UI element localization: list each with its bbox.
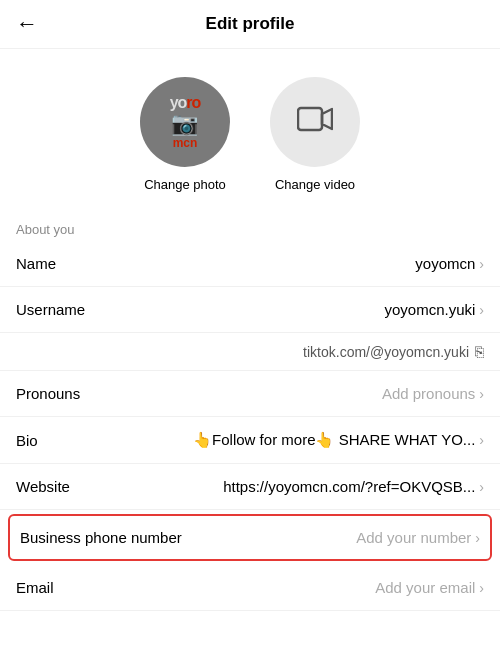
about-section-label: About you [0, 212, 500, 241]
name-chevron-icon: › [479, 256, 484, 272]
email-chevron-icon: › [479, 580, 484, 596]
bio-label: Bio [16, 432, 38, 449]
username-row[interactable]: Username yoyomcn.yuki › [0, 287, 500, 333]
change-video-item[interactable]: Change video [270, 77, 360, 192]
pronouns-value: Add pronouns [382, 385, 475, 402]
bio-row[interactable]: Bio 👆Follow for more👆 SHARE WHAT YO... › [0, 417, 500, 464]
business-phone-value: Add your number [356, 529, 471, 546]
tiktok-url-value: tiktok.com/@yoyomcn.yuki [303, 344, 469, 360]
email-label: Email [16, 579, 54, 596]
pronouns-chevron-icon: › [479, 386, 484, 402]
change-photo-item[interactable]: yoro 📷 mcn Change photo [140, 77, 230, 192]
copy-icon[interactable]: ⎘ [475, 343, 484, 360]
business-phone-label: Business phone number [20, 529, 182, 546]
website-row[interactable]: Website https://yoyomcn.com/?ref=OKVQSB.… [0, 464, 500, 510]
email-value: Add your email [375, 579, 475, 596]
username-value: yoyomcn.yuki [384, 301, 475, 318]
pronouns-label: Pronouns [16, 385, 80, 402]
bio-value-group: 👆Follow for more👆 SHARE WHAT YO... › [193, 431, 484, 449]
tiktok-url-row[interactable]: tiktok.com/@yoyomcn.yuki ⎘ [0, 333, 500, 371]
website-chevron-icon: › [479, 479, 484, 495]
svg-rect-0 [298, 108, 322, 130]
username-label: Username [16, 301, 85, 318]
profile-photo[interactable]: yoro 📷 mcn [140, 77, 230, 167]
business-phone-row[interactable]: Business phone number Add your number › [8, 514, 492, 561]
change-video-label[interactable]: Change video [275, 177, 355, 192]
website-label: Website [16, 478, 70, 495]
name-row[interactable]: Name yoyomcn › [0, 241, 500, 287]
username-value-group: yoyomcn.yuki › [384, 301, 484, 318]
email-row[interactable]: Email Add your email › [0, 565, 500, 611]
page-title: Edit profile [206, 14, 295, 34]
name-value-group: yoyomcn › [415, 255, 484, 272]
business-phone-chevron-icon: › [475, 530, 480, 546]
logo-camera-icon: 📷 [170, 111, 201, 137]
bio-chevron-icon: › [479, 432, 484, 448]
business-phone-value-group: Add your number › [356, 529, 480, 546]
profile-video[interactable] [270, 77, 360, 167]
change-photo-label[interactable]: Change photo [144, 177, 226, 192]
website-value-group: https://yoyomcn.com/?ref=OKVQSB... › [223, 478, 484, 495]
video-icon [297, 105, 333, 140]
username-chevron-icon: › [479, 302, 484, 318]
back-button[interactable]: ← [16, 11, 38, 37]
name-label: Name [16, 255, 56, 272]
pronouns-row[interactable]: Pronouns Add pronouns › [0, 371, 500, 417]
media-section: yoro 📷 mcn Change photo Change video [0, 49, 500, 212]
header: ← Edit profile [0, 0, 500, 49]
logo-yo-text: yoro [170, 95, 201, 111]
email-value-group: Add your email › [375, 579, 484, 596]
svg-marker-1 [322, 109, 332, 129]
name-value: yoyomcn [415, 255, 475, 272]
website-value: https://yoyomcn.com/?ref=OKVQSB... [223, 478, 475, 495]
pronouns-value-group: Add pronouns › [382, 385, 484, 402]
logo-mcn-text: mcn [170, 137, 201, 149]
bio-value: 👆Follow for more👆 SHARE WHAT YO... [193, 431, 475, 449]
